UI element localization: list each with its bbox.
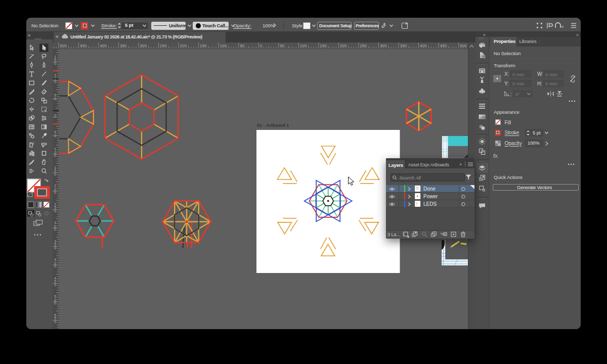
svg-text:0: 0 [54, 172, 56, 176]
svg-text:100: 100 [300, 43, 307, 48]
svg-text:50: 50 [280, 43, 284, 48]
svg-text:250: 250 [160, 43, 167, 48]
svg-text:0: 0 [54, 97, 56, 101]
svg-text:250: 250 [360, 43, 367, 48]
svg-text:0: 0 [260, 43, 263, 48]
svg-text:450: 450 [440, 43, 447, 48]
svg-text:500: 500 [460, 43, 467, 48]
svg-text:50: 50 [240, 43, 244, 48]
svg-text:0: 0 [54, 153, 56, 158]
svg-text:0: 0 [54, 246, 56, 250]
svg-text:150: 150 [200, 43, 207, 48]
svg-text:0: 0 [54, 320, 56, 324]
svg-text:200: 200 [180, 43, 187, 48]
svg-text:350: 350 [120, 43, 127, 48]
svg-text:0: 0 [54, 190, 56, 195]
svg-text:200: 200 [340, 43, 347, 48]
svg-text:0: 0 [54, 61, 56, 66]
svg-text:400: 400 [420, 43, 427, 48]
svg-text:350: 350 [400, 43, 407, 48]
svg-text:450: 450 [80, 43, 87, 48]
svg-text:0: 0 [54, 133, 56, 138]
svg-text:0: 0 [54, 227, 56, 232]
svg-text:0: 0 [54, 301, 56, 305]
svg-text:500: 500 [60, 43, 67, 48]
svg-text:300: 300 [380, 43, 387, 48]
svg-text:300: 300 [140, 43, 147, 48]
svg-text:150: 150 [320, 43, 327, 48]
svg-text:400: 400 [100, 43, 107, 48]
svg-text:0: 0 [54, 209, 56, 213]
svg-text:0: 0 [54, 264, 56, 268]
svg-text:0: 0 [54, 113, 56, 118]
svg-text:0: 0 [54, 283, 56, 287]
svg-text:0: 0 [54, 79, 56, 84]
svg-text:100: 100 [220, 43, 227, 48]
